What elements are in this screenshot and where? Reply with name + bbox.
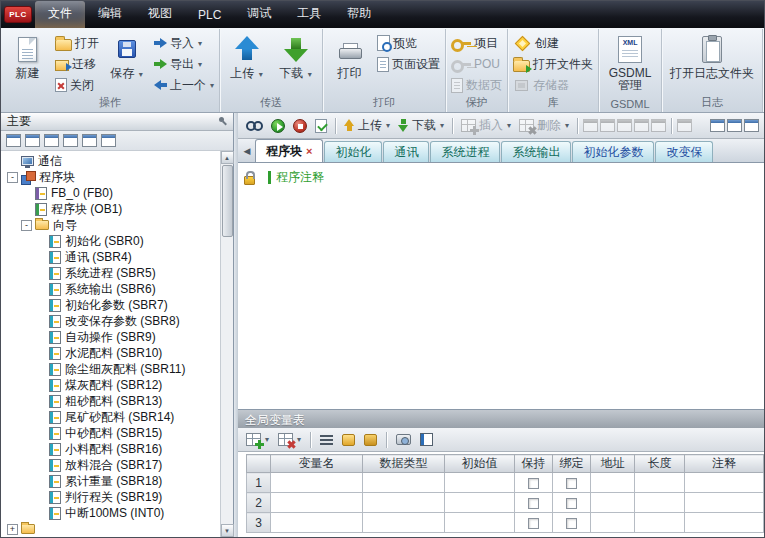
tree-item-program-block[interactable]: -程序块: [1, 169, 220, 185]
download-ribbon-button[interactable]: 下载 ▾: [272, 31, 319, 95]
cell-bind[interactable]: [553, 513, 591, 533]
symbol-info-icon[interactable]: [677, 119, 692, 132]
next-bookmark-icon[interactable]: [617, 119, 632, 132]
cell-variable-name[interactable]: [271, 513, 363, 533]
cell-initial-value[interactable]: [445, 473, 515, 493]
tab-system-process[interactable]: 系统进程: [430, 141, 500, 162]
menu-debug[interactable]: 调试: [234, 1, 284, 28]
save-button[interactable]: 保存 ▾: [103, 31, 150, 95]
menu-help[interactable]: 帮助: [334, 1, 384, 28]
col-comment[interactable]: 注释: [685, 455, 764, 473]
pin-icon[interactable]: [217, 116, 227, 127]
cell-address[interactable]: [591, 513, 635, 533]
scroll-down-button[interactable]: ▼: [221, 524, 234, 537]
cell-length[interactable]: [635, 513, 685, 533]
open-button[interactable]: 打开: [53, 33, 101, 53]
previous-bookmark-icon[interactable]: [634, 119, 649, 132]
col-data-type[interactable]: 数据类型: [363, 455, 445, 473]
tree-item-sbr17[interactable]: 放料混合 (SBR17): [1, 457, 220, 473]
print-button[interactable]: 打印: [326, 31, 373, 95]
cell-address[interactable]: [591, 493, 635, 513]
cell-data-type[interactable]: [363, 513, 445, 533]
tab-system-output[interactable]: 系统输出: [501, 141, 571, 162]
favorites-view-icon[interactable]: [101, 134, 116, 147]
auto-layout-button[interactable]: [317, 433, 336, 447]
select-all-corner[interactable]: [247, 455, 271, 473]
move-up-button[interactable]: [339, 432, 358, 448]
scroll-up-button[interactable]: ▲: [221, 151, 234, 164]
tree-item-sbr7[interactable]: 初始化参数 (SBR7): [1, 297, 220, 313]
export-button[interactable]: 导出▾: [152, 54, 216, 74]
tree-item-sbr5[interactable]: 系统进程 (SBR5): [1, 265, 220, 281]
insert-row-button[interactable]: ▾: [243, 431, 272, 448]
symbol-table-window-icon[interactable]: [710, 119, 725, 132]
bind-checkbox[interactable]: [566, 518, 577, 529]
pou-view-button[interactable]: [243, 119, 266, 133]
new-button[interactable]: 新建: [4, 31, 51, 95]
snapshot-button[interactable]: [393, 432, 414, 447]
upload-ribbon-button[interactable]: 上传 ▾: [223, 31, 270, 95]
tree-item-ob1[interactable]: 程序块 (OB1): [1, 201, 220, 217]
row-number[interactable]: 3: [247, 513, 271, 533]
gsdml-manage-button[interactable]: XML GSDML管理: [602, 31, 658, 98]
status-chart-window-icon[interactable]: [727, 119, 742, 132]
scrollbar-thumb[interactable]: [222, 165, 233, 237]
cell-retain[interactable]: [515, 493, 553, 513]
cell-variable-name[interactable]: [271, 493, 363, 513]
tree-item-int0[interactable]: 中断100MS (INT0): [1, 505, 220, 521]
collapse-expander-icon[interactable]: -: [21, 220, 32, 231]
app-menu-button[interactable]: PLC: [1, 1, 35, 28]
project-view-icon[interactable]: [6, 134, 21, 147]
cell-length[interactable]: [635, 473, 685, 493]
tree-item-sbr18[interactable]: 累计重量 (SBR18): [1, 473, 220, 489]
retain-checkbox[interactable]: [528, 518, 539, 529]
tree-item-fb0[interactable]: FB_0 (FB0): [1, 185, 220, 201]
download-button[interactable]: 下载▾: [395, 115, 447, 136]
cell-bind[interactable]: [553, 473, 591, 493]
retain-checkbox[interactable]: [528, 498, 539, 509]
cell-bind[interactable]: [553, 493, 591, 513]
open-library-folder-button[interactable]: 打开文件夹: [511, 54, 595, 74]
tree-item-sbr13[interactable]: 粗砂配料 (SBR13): [1, 393, 220, 409]
window-view-icon[interactable]: [82, 134, 97, 147]
col-length[interactable]: 长度: [635, 455, 685, 473]
move-down-button[interactable]: [361, 432, 380, 448]
menu-edit[interactable]: 编辑: [85, 1, 135, 28]
tree-item-sbr4[interactable]: 通讯 (SBR4): [1, 249, 220, 265]
col-retain[interactable]: 保持: [515, 455, 553, 473]
tree-item-sbr10[interactable]: 水泥配料 (SBR10): [1, 345, 220, 361]
tree-item-sbr16[interactable]: 小料配料 (SBR16): [1, 441, 220, 457]
cell-initial-value[interactable]: [445, 493, 515, 513]
tree-item-sbr6[interactable]: 系统输出 (SBR6): [1, 281, 220, 297]
addressing-toggle-icon[interactable]: [583, 119, 598, 132]
tree-item-sbr11[interactable]: 除尘细灰配料 (SBR11): [1, 361, 220, 377]
run-button[interactable]: [268, 117, 288, 135]
delete-row-button[interactable]: ▾: [275, 431, 304, 448]
program-editor[interactable]: 程序注释: [238, 163, 764, 409]
tab-init-params[interactable]: 初始化参数: [572, 141, 654, 162]
upload-button[interactable]: 上传▾: [341, 115, 393, 136]
data-block-window-icon[interactable]: [744, 119, 759, 132]
program-comment[interactable]: 程序注释: [276, 169, 324, 186]
cell-initial-value[interactable]: [445, 513, 515, 533]
close-button[interactable]: 关闭: [53, 75, 101, 95]
tree-item-sbr19[interactable]: 判行程关 (SBR19): [1, 489, 220, 505]
cell-retain[interactable]: [515, 473, 553, 493]
menu-view[interactable]: 视图: [135, 1, 185, 28]
cell-variable-name[interactable]: [271, 473, 363, 493]
stop-button[interactable]: [290, 117, 310, 135]
col-bind[interactable]: 绑定: [553, 455, 591, 473]
tree-scrollbar[interactable]: ▲ ▼: [220, 151, 233, 537]
tab-comm[interactable]: 通讯: [383, 141, 429, 162]
menu-file[interactable]: 文件: [35, 1, 85, 28]
compile-button[interactable]: [312, 117, 330, 135]
retain-checkbox[interactable]: [528, 478, 539, 489]
clear-bookmarks-icon[interactable]: [651, 119, 666, 132]
bookmark-icon[interactable]: [600, 119, 615, 132]
tab-scroll-left-button[interactable]: ◀: [240, 146, 254, 156]
tree-item-sbr15[interactable]: 中砂配料 (SBR15): [1, 425, 220, 441]
expand-expander-icon[interactable]: +: [7, 524, 18, 535]
import-button[interactable]: 导入▾: [152, 33, 216, 53]
tab-init[interactable]: 初始化: [324, 141, 382, 162]
cell-length[interactable]: [635, 493, 685, 513]
